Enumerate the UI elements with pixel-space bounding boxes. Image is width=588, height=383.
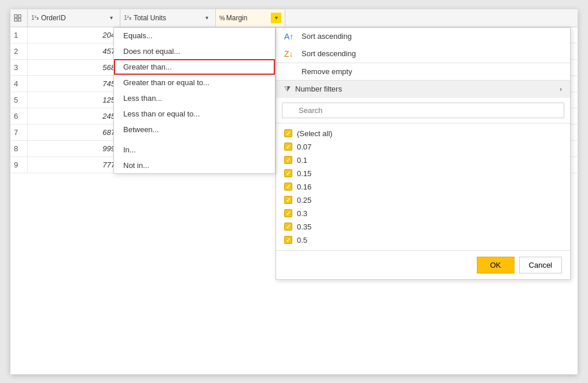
filter-item-0.15[interactable]: 0.15 bbox=[276, 167, 570, 180]
svg-rect-0 bbox=[14, 14, 17, 17]
table-header: 1²₃ OrderID ▾ 1²₃ Total Units ▾ % Margin… bbox=[10, 9, 578, 27]
cell-rownum-1: 1 bbox=[10, 27, 28, 43]
cell-rownum-9: 9 bbox=[10, 157, 28, 173]
funnel-icon: ⧩ bbox=[284, 85, 291, 94]
filter-label-0.07: 0.07 bbox=[297, 143, 311, 151]
cell-orderid-7: 687 bbox=[28, 125, 120, 140]
chevron-right-icon: › bbox=[560, 85, 562, 93]
sort-descending-item[interactable]: Z↓ Sort descending bbox=[276, 45, 570, 63]
filter-item-0.1[interactable]: 0.1 bbox=[276, 154, 570, 167]
orderid-dropdown[interactable]: ▾ bbox=[106, 13, 116, 23]
ok-button[interactable]: OK bbox=[477, 257, 514, 273]
sort-descending-label: Sort descending bbox=[302, 49, 356, 58]
filter-label-0.16: 0.16 bbox=[297, 183, 311, 191]
sort-section: A↑ Sort ascending Z↓ Sort descending bbox=[276, 28, 570, 63]
filter-panel: A↑ Sort ascending Z↓ Sort descending Rem… bbox=[275, 27, 571, 280]
totalunits-label: Total Units bbox=[134, 14, 201, 22]
cell-orderid-3: 568 bbox=[28, 60, 120, 75]
filter-item-0.3[interactable]: 0.3 bbox=[276, 207, 570, 220]
cell-orderid-2: 457 bbox=[28, 43, 120, 59]
menu-item-equals[interactable]: Equals... bbox=[114, 28, 275, 43]
filter-item-0.5[interactable]: 0.5 bbox=[276, 234, 570, 247]
margin-dropdown[interactable]: ▾ bbox=[271, 13, 281, 23]
cell-rownum-6: 6 bbox=[10, 108, 28, 124]
checkbox-0.3[interactable] bbox=[284, 209, 292, 217]
margin-label: Margin bbox=[226, 14, 271, 22]
checkbox-0.35[interactable] bbox=[284, 222, 292, 231]
context-menu: Equals... Does not equal... Greater than… bbox=[113, 27, 275, 174]
cell-rownum-3: 3 bbox=[10, 60, 28, 75]
filter-item-0.25[interactable]: 0.25 bbox=[276, 194, 570, 207]
grid-icon bbox=[14, 14, 21, 22]
cell-orderid-5: 125 bbox=[28, 92, 120, 108]
margin-type-icon: % bbox=[219, 14, 225, 21]
checkbox-0.25[interactable] bbox=[284, 196, 292, 204]
menu-item-in[interactable]: In... bbox=[114, 142, 275, 158]
search-wrapper: 🔍 bbox=[282, 103, 564, 118]
checkbox-0.5[interactable] bbox=[284, 236, 292, 244]
remove-empty-label: Remove empty bbox=[302, 67, 352, 76]
filter-label-0.3: 0.3 bbox=[297, 209, 307, 218]
svg-rect-2 bbox=[14, 18, 17, 21]
filter-label-0.15: 0.15 bbox=[297, 169, 311, 178]
number-filters-label: Number filters bbox=[295, 85, 342, 93]
cell-orderid-4: 745 bbox=[28, 76, 120, 92]
menu-item-not-equal[interactable]: Does not equal... bbox=[114, 43, 275, 59]
col-header-orderid: 1²₃ OrderID ▾ bbox=[28, 9, 120, 27]
col-header-rownum bbox=[10, 9, 28, 27]
sort-descending-icon: Z↓ bbox=[284, 49, 296, 59]
remove-empty-item[interactable]: Remove empty bbox=[276, 63, 570, 80]
filter-select-all-label: (Select all) bbox=[297, 129, 332, 138]
cell-orderid-9: 777 bbox=[28, 157, 120, 173]
checkbox-0.15[interactable] bbox=[284, 169, 292, 177]
svg-rect-3 bbox=[18, 18, 21, 21]
sort-ascending-label: Sort ascending bbox=[302, 32, 352, 41]
checkbox-0.1[interactable] bbox=[284, 156, 292, 164]
totalunits-type-icon: 1²₃ bbox=[124, 14, 131, 21]
menu-item-less-than[interactable]: Less than... bbox=[114, 90, 275, 106]
sort-ascending-item[interactable]: A↑ Sort ascending bbox=[276, 28, 570, 45]
svg-rect-1 bbox=[18, 14, 21, 17]
filter-label-0.35: 0.35 bbox=[297, 222, 311, 231]
main-container: 1²₃ OrderID ▾ 1²₃ Total Units ▾ % Margin… bbox=[10, 9, 578, 374]
filter-label-0.5: 0.5 bbox=[297, 236, 307, 245]
col-header-margin: % Margin ▾ bbox=[216, 9, 285, 27]
checkbox-0.16[interactable] bbox=[284, 183, 292, 191]
cell-orderid-6: 245 bbox=[28, 108, 120, 124]
orderid-label: OrderID bbox=[41, 14, 106, 22]
filter-label-0.25: 0.25 bbox=[297, 196, 311, 205]
menu-item-between[interactable]: Between... bbox=[114, 122, 275, 137]
remove-empty-section: Remove empty bbox=[276, 63, 570, 81]
cell-rownum-5: 5 bbox=[10, 92, 28, 108]
checkbox-select-all[interactable] bbox=[284, 129, 292, 137]
filter-item-0.07[interactable]: 0.07 bbox=[276, 140, 570, 154]
orderid-type-icon: 1²₃ bbox=[31, 14, 39, 21]
filter-item-0.35[interactable]: 0.35 bbox=[276, 220, 570, 234]
filter-list: (Select all) 0.07 0.1 0.15 0.16 0.25 bbox=[276, 123, 570, 250]
filter-label-0.1: 0.1 bbox=[297, 156, 307, 165]
cancel-button[interactable]: Cancel bbox=[519, 257, 562, 273]
checkbox-0.07[interactable] bbox=[284, 143, 292, 151]
sort-ascending-icon: A↑ bbox=[284, 32, 296, 41]
search-box: 🔍 bbox=[276, 98, 570, 123]
totalunits-dropdown[interactable]: ▾ bbox=[201, 13, 212, 23]
filter-select-all[interactable]: (Select all) bbox=[276, 127, 570, 140]
search-input[interactable] bbox=[282, 103, 564, 118]
menu-item-not-in[interactable]: Not in... bbox=[114, 158, 275, 173]
cell-rownum-8: 8 bbox=[10, 141, 28, 156]
cell-orderid-8: 999 bbox=[28, 141, 120, 156]
filter-item-0.16[interactable]: 0.16 bbox=[276, 180, 570, 194]
menu-item-less-equal[interactable]: Less than or equal to... bbox=[114, 106, 275, 122]
menu-item-greater-equal[interactable]: Greater than or equal to... bbox=[114, 75, 275, 90]
col-header-totalunits: 1²₃ Total Units ▾ bbox=[120, 9, 216, 27]
cell-rownum-2: 2 bbox=[10, 43, 28, 59]
filter-footer: OK Cancel bbox=[276, 250, 570, 279]
cell-rownum-4: 4 bbox=[10, 76, 28, 92]
cell-rownum-7: 7 bbox=[10, 125, 28, 140]
cell-orderid-1: 204 bbox=[28, 27, 120, 43]
menu-item-greater-than[interactable]: Greater than... bbox=[114, 59, 275, 75]
number-filters-row[interactable]: ⧩ Number filters › bbox=[276, 81, 570, 98]
